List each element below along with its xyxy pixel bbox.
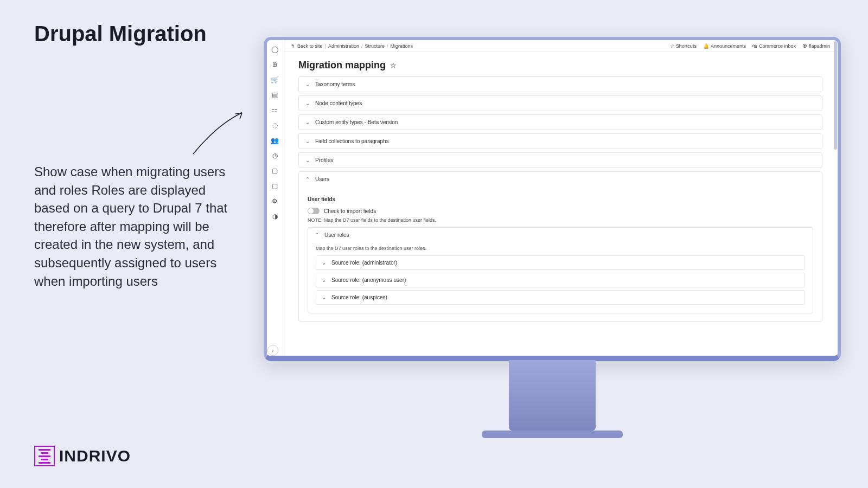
commerce-inbox-link[interactable]: 🛍Commerce inbox (752, 43, 796, 49)
breadcrumb: ↰ Back to site | Administration / Struct… (291, 43, 413, 49)
star-outline-icon[interactable]: ☆ (390, 61, 397, 69)
chevron-down-icon: ⌄ (322, 294, 327, 300)
source-role-label: Source role: (anonymous user) (331, 277, 406, 283)
structure-icon[interactable]: ▤ (271, 91, 279, 99)
star-icon: ☆ (670, 43, 674, 49)
import-fields-toggle[interactable] (308, 208, 320, 214)
breadcrumb-sep: / (387, 43, 388, 49)
callout-arrow (190, 108, 250, 163)
user-fields-title: User fields (308, 196, 813, 202)
accordion-profiles: ⌄Profiles (298, 152, 822, 168)
accordion-label: Field collections to paragraphs (315, 138, 389, 144)
monitor-base (482, 431, 623, 438)
config-icon[interactable]: ▢ (271, 167, 279, 175)
bell-icon: 🔔 (703, 43, 709, 49)
import-fields-toggle-row: Check to import fields (308, 208, 813, 214)
admin-app: ◯ 🗎 🛒 ▤ ⚏ ◌ 👥 ◷ ▢ ▢ ⚙ ◑ ↰ Back to site (267, 40, 838, 356)
user-menu[interactable]: ⦿flapadmin (802, 43, 830, 49)
chevron-down-icon: ⌄ (322, 260, 327, 266)
user-label: flapadmin (809, 43, 830, 49)
accordion-head[interactable]: ⌄Node content types (299, 96, 822, 111)
drupal-icon[interactable]: ◯ (271, 46, 279, 53)
scrollbar-thumb[interactable] (834, 41, 837, 150)
breadcrumb-item[interactable]: Migrations (390, 43, 413, 49)
appearance-icon[interactable]: ⚏ (271, 106, 279, 114)
people-icon[interactable]: 👥 (271, 137, 279, 144)
admin-body: ⌄Taxonomy terms ⌄Node content types ⌄Cus… (283, 76, 838, 325)
commerce-icon[interactable]: 🛒 (271, 76, 279, 84)
user-roles-panel: ⌃User roles Map the D7 user roles to the… (308, 227, 813, 313)
shortcuts-label: Shortcuts (676, 43, 697, 49)
monitor-frame: ◯ 🗎 🛒 ▤ ⚏ ◌ 👥 ◷ ▢ ▢ ⚙ ◑ ↰ Back to site (264, 37, 841, 361)
accordion-label: Profiles (315, 157, 333, 163)
config2-icon[interactable]: ▢ (271, 182, 279, 190)
shortcuts-link[interactable]: ☆Shortcuts (670, 43, 697, 49)
monitor-stand (509, 360, 596, 431)
gear-icon[interactable]: ⚙ (271, 197, 279, 205)
accordion-field-collections: ⌄Field collections to paragraphs (298, 133, 822, 149)
source-role-label: Source role: (administrator) (331, 260, 397, 266)
accordion-head[interactable]: ⌄Field collections to paragraphs (299, 134, 822, 149)
monitor-mockup: ◯ 🗎 🛒 ▤ ⚏ ◌ 👥 ◷ ▢ ▢ ⚙ ◑ ↰ Back to site (264, 37, 841, 438)
chevron-down-icon: ⌄ (305, 100, 311, 106)
user-roles-title: User roles (324, 232, 349, 238)
chevron-down-icon: ⌄ (305, 157, 311, 163)
accordion-custom-entities: ⌄Custom entity types - Beta version (298, 114, 822, 130)
admin-main: ↰ Back to site | Administration / Struct… (283, 40, 838, 356)
chevron-down-icon: ⌄ (305, 81, 311, 87)
accordion-label: Taxonomy terms (315, 81, 355, 87)
source-role-label: Source role: (auspices) (331, 294, 387, 300)
chevron-down-icon: ⌄ (305, 119, 311, 125)
admin-rail: ◯ 🗎 🛒 ▤ ⚏ ◌ 👥 ◷ ▢ ▢ ⚙ ◑ (267, 40, 283, 356)
extend-icon[interactable]: ◌ (271, 121, 279, 129)
accordion-label: Node content types (315, 100, 362, 106)
accordion-head[interactable]: ⌄Profiles (299, 153, 822, 168)
breadcrumb-sep: | (325, 43, 326, 49)
accordion-taxonomy: ⌄Taxonomy terms (298, 76, 822, 92)
accordion-node-types: ⌄Node content types (298, 95, 822, 111)
slide-title: Drupal Migration (34, 22, 207, 46)
import-fields-toggle-label: Check to import fields (324, 208, 376, 214)
accordion-label: Users (315, 176, 329, 182)
breadcrumb-item[interactable]: Structure (365, 43, 385, 49)
user-icon: ⦿ (802, 43, 807, 49)
page-title-text: Migration mapping (298, 60, 386, 71)
cart-icon: 🛍 (752, 43, 757, 49)
chevron-up-icon: ⌃ (315, 232, 320, 238)
content-icon[interactable]: 🗎 (271, 61, 279, 68)
brand-logo-icon (34, 446, 55, 466)
breadcrumb-sep: / (361, 43, 363, 49)
brand-logo-text: INDRIVO (59, 447, 131, 465)
back-arrow-icon[interactable]: ↰ (291, 43, 295, 49)
help-icon[interactable]: ◑ (271, 213, 279, 220)
user-fields-note: NOTE: Map the D7 user fields to the dest… (308, 217, 813, 223)
breadcrumb-item[interactable]: Administration (328, 43, 359, 49)
source-role-row[interactable]: ⌄Source role: (anonymous user) (316, 273, 805, 287)
chevron-down-icon: ⌄ (322, 277, 327, 283)
chevron-down-icon: ⌄ (305, 138, 311, 144)
scrollbar[interactable] (834, 41, 837, 318)
accordion-label: Custom entity types - Beta version (315, 119, 398, 125)
accordion-head[interactable]: ⌄Taxonomy terms (299, 77, 822, 92)
user-roles-note: Map the D7 user roles to the destination… (316, 246, 805, 251)
page-title: Migration mapping ☆ (283, 52, 838, 76)
accordion-users: ⌃Users User fields Check to import field… (298, 171, 822, 322)
accordion-users-body: User fields Check to import fields NOTE:… (299, 187, 822, 321)
back-to-site-link[interactable]: Back to site (297, 43, 323, 49)
rail-collapse-button[interactable]: › (267, 345, 278, 356)
user-roles-body: Map the D7 user roles to the destination… (308, 242, 813, 313)
commerce-label: Commerce inbox (759, 43, 796, 49)
source-role-row[interactable]: ⌄Source role: (administrator) (316, 255, 805, 270)
reports-icon[interactable]: ◷ (271, 152, 279, 159)
source-role-row[interactable]: ⌄Source role: (auspices) (316, 290, 805, 305)
admin-topbar: ↰ Back to site | Administration / Struct… (283, 40, 838, 52)
brand-logo: INDRIVO (34, 446, 131, 466)
announcements-label: Announcements (711, 43, 746, 49)
user-roles-head[interactable]: ⌃User roles (308, 228, 813, 242)
callout-text: Show case when migrating users and roles… (34, 163, 229, 290)
announcements-link[interactable]: 🔔Announcements (703, 43, 746, 49)
chevron-up-icon: ⌃ (305, 176, 311, 182)
topbar-right: ☆Shortcuts 🔔Announcements 🛍Commerce inbo… (670, 43, 830, 49)
accordion-head[interactable]: ⌄Custom entity types - Beta version (299, 115, 822, 130)
accordion-head[interactable]: ⌃Users (299, 172, 822, 187)
